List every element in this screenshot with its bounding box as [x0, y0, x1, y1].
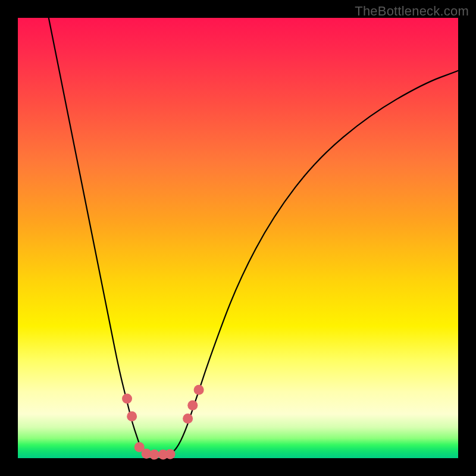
watermark-text: TheBottleneck.com	[355, 4, 469, 19]
chart-frame: TheBottleneck.com	[0, 0, 476, 476]
curve-markers	[122, 385, 204, 460]
curve-marker	[194, 385, 204, 395]
plot-area	[18, 18, 458, 458]
curve-marker	[149, 450, 159, 460]
curve-marker	[127, 411, 137, 421]
curve-marker	[165, 449, 176, 459]
curve-marker	[187, 400, 198, 411]
curve-layer	[18, 18, 458, 458]
bottleneck-curve	[49, 18, 458, 456]
curve-marker	[122, 394, 132, 404]
curve-marker	[183, 414, 193, 424]
